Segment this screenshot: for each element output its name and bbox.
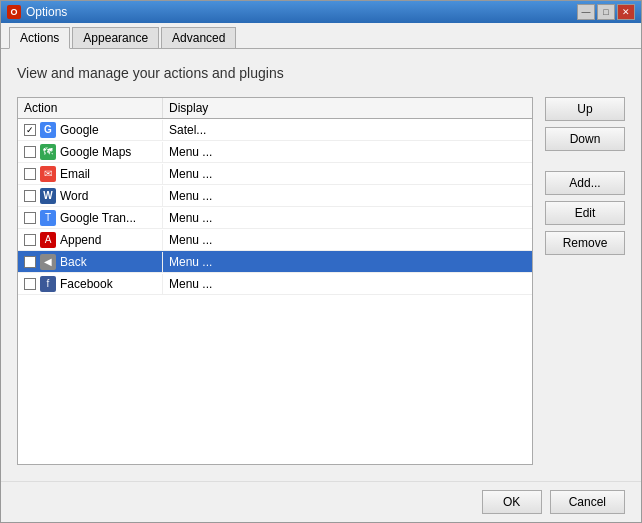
app-icon: O xyxy=(7,5,21,19)
row-icon: G xyxy=(40,122,56,138)
footer-bar: OK Cancel xyxy=(1,481,641,522)
row-name: Google xyxy=(60,123,99,137)
table-row[interactable]: T Google Tran... Menu ... xyxy=(18,207,532,229)
tab-advanced[interactable]: Advanced xyxy=(161,27,236,48)
tab-bar: Actions Appearance Advanced xyxy=(1,23,641,49)
table-row[interactable]: ✓ G Google Satel... xyxy=(18,119,532,141)
row-icon: T xyxy=(40,210,56,226)
minimize-button[interactable]: — xyxy=(577,4,595,20)
tab-actions[interactable]: Actions xyxy=(9,27,70,49)
row-checkbox[interactable] xyxy=(24,168,36,180)
table-row[interactable]: W Word Menu ... xyxy=(18,185,532,207)
close-button[interactable]: ✕ xyxy=(617,4,635,20)
row-display: Menu ... xyxy=(163,253,243,271)
cancel-button[interactable]: Cancel xyxy=(550,490,625,514)
tab-appearance[interactable]: Appearance xyxy=(72,27,159,48)
row-display: Menu ... xyxy=(163,209,243,227)
row-name: Word xyxy=(60,189,88,203)
column-display: Display xyxy=(163,98,243,118)
row-display: Menu ... xyxy=(163,187,243,205)
remove-button[interactable]: Remove xyxy=(545,231,625,255)
table-row[interactable]: 🗺 Google Maps Menu ... xyxy=(18,141,532,163)
row-checkbox[interactable] xyxy=(24,278,36,290)
content-area: View and manage your actions and plugins… xyxy=(1,49,641,481)
column-action: Action xyxy=(18,98,163,118)
row-icon: 🗺 xyxy=(40,144,56,160)
row-checkbox[interactable] xyxy=(24,190,36,202)
row-icon: f xyxy=(40,276,56,292)
table-row[interactable]: ✉ Email Menu ... xyxy=(18,163,532,185)
row-checkbox[interactable]: ✓ xyxy=(24,124,36,136)
title-bar: O Options — □ ✕ xyxy=(1,1,641,23)
table-header: Action Display xyxy=(18,98,532,119)
row-icon: ◀ xyxy=(40,254,56,270)
row-name: Google Tran... xyxy=(60,211,136,225)
actions-table: Action Display ✓ G Google Satel... xyxy=(17,97,533,465)
row-name: Back xyxy=(60,255,87,269)
row-display: Satel... xyxy=(163,121,243,139)
row-icon: W xyxy=(40,188,56,204)
main-area: Action Display ✓ G Google Satel... xyxy=(17,97,625,465)
row-name: Append xyxy=(60,233,101,247)
row-checkbox[interactable] xyxy=(24,234,36,246)
row-checkbox[interactable] xyxy=(24,146,36,158)
page-title: View and manage your actions and plugins xyxy=(17,65,625,81)
row-icon: A xyxy=(40,232,56,248)
row-name: Google Maps xyxy=(60,145,131,159)
options-window: O Options — □ ✕ Actions Appearance Advan… xyxy=(0,0,642,523)
row-checkbox[interactable] xyxy=(24,256,36,268)
up-button[interactable]: Up xyxy=(545,97,625,121)
maximize-button[interactable]: □ xyxy=(597,4,615,20)
down-button[interactable]: Down xyxy=(545,127,625,151)
row-display: Menu ... xyxy=(163,275,243,293)
table-row[interactable]: f Facebook Menu ... xyxy=(18,273,532,295)
row-name: Email xyxy=(60,167,90,181)
row-name: Facebook xyxy=(60,277,113,291)
row-display: Menu ... xyxy=(163,231,243,249)
table-row[interactable]: A Append Menu ... xyxy=(18,229,532,251)
edit-button[interactable]: Edit xyxy=(545,201,625,225)
row-display: Menu ... xyxy=(163,165,243,183)
row-icon: ✉ xyxy=(40,166,56,182)
row-display: Menu ... xyxy=(163,143,243,161)
table-row[interactable]: ◀ Back Menu ... xyxy=(18,251,532,273)
add-button[interactable]: Add... xyxy=(545,171,625,195)
window-title: Options xyxy=(26,5,67,19)
row-checkbox[interactable] xyxy=(24,212,36,224)
action-buttons: Up Down Add... Edit Remove xyxy=(545,97,625,465)
ok-button[interactable]: OK xyxy=(482,490,542,514)
